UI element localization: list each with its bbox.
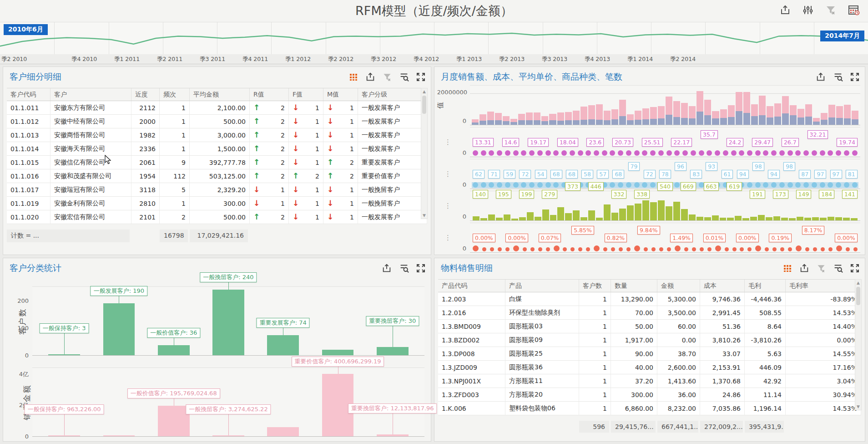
- column-header[interactable]: 成本: [700, 280, 745, 292]
- export-icon[interactable]: [799, 263, 809, 273]
- table-row[interactable]: 1.3.NPJ001X方形瓶装11137.201,413.601,370.684…: [438, 374, 861, 388]
- expand-icon[interactable]: [416, 264, 425, 273]
- material-table[interactable]: 产品代码产品客户数数量金额成本毛利毛利率1.2.003白煤113,290.005…: [438, 279, 861, 415]
- sales-segment: [510, 119, 517, 122]
- vertical-scrollbar[interactable]: ▲▼: [855, 279, 862, 410]
- column-header[interactable]: 产品: [505, 280, 579, 292]
- scroll-up-arrow[interactable]: ▲: [423, 88, 426, 95]
- column-header[interactable]: 频次: [160, 88, 190, 101]
- category-bar[interactable]: [48, 435, 80, 436]
- stacked-bar: [518, 114, 525, 125]
- category-bar[interactable]: [267, 335, 299, 355]
- data-label-row: 1401951992793734463323385406696636191911…: [473, 182, 858, 199]
- scrollbar-thumb[interactable]: [422, 96, 426, 114]
- cost-segment: [658, 118, 665, 125]
- table-row[interactable]: 01.1.017安徽瑞冠有限公司311852,329.20↓1↓1↓1一般挽留客…: [7, 183, 427, 197]
- label-connector: [228, 282, 229, 290]
- vertical-scrollbar[interactable]: ▲▼: [421, 88, 428, 219]
- customer-table[interactable]: 客户代码客户近度频次平均金额R值F值M值客户分级01.1.011安徽东方有限公司…: [7, 88, 427, 224]
- category-bar[interactable]: [212, 290, 244, 355]
- table-row[interactable]: 01.1.015安徽信亿有限公司20619392,777.78↑2↓1↑2重要发…: [7, 156, 427, 169]
- table-row[interactable]: 1.2.016环保型生物除臭剂170.003,500.002,991.45508…: [438, 306, 861, 320]
- filter-clear-icon[interactable]: [383, 72, 392, 82]
- view-detail-icon[interactable]: [399, 263, 409, 273]
- column-header[interactable]: M值: [323, 88, 358, 101]
- scroll-up-arrow[interactable]: ▲: [857, 280, 860, 286]
- category-bar[interactable]: [103, 435, 135, 436]
- table-row[interactable]: 01.1.011安徽东方有限公司211212,100.00↑2↓1↓1一般发展客…: [7, 101, 427, 115]
- down-arrow-icon: ↓: [293, 186, 299, 194]
- column-header[interactable]: 客户数: [579, 280, 611, 292]
- view-detail-icon[interactable]: [833, 263, 843, 273]
- table-row[interactable]: 01.1.014安徽海天有限公司233611,500.00↑2↓1↓1一般发展客…: [7, 142, 427, 156]
- range-end-badge[interactable]: 2014年7月: [820, 31, 864, 41]
- expand-icon[interactable]: [416, 72, 425, 82]
- range-start-badge[interactable]: 2010年6月: [4, 24, 48, 35]
- expand-icon[interactable]: [850, 264, 859, 273]
- column-header[interactable]: 客户分级: [358, 88, 427, 101]
- table-row[interactable]: 1.3.ZFD003方形瓶装201300.0036.0024.8611.1430…: [438, 388, 861, 402]
- table-row[interactable]: 1.3.JZD009圆形瓶装36140.002,600.002,153.9144…: [438, 361, 861, 374]
- column-header[interactable]: 客户代码: [7, 88, 50, 101]
- more-options-icon[interactable]: ⋮: [444, 237, 451, 239]
- table-row[interactable]: 1.3.BZD002圆形瓶装0911,917.000.003,810.26-3,…: [438, 333, 861, 347]
- column-style-icon[interactable]: [349, 72, 358, 82]
- category-bar[interactable]: [158, 345, 190, 355]
- filter-clear-icon[interactable]: [817, 264, 826, 273]
- settings-sliders-icon[interactable]: [802, 5, 813, 15]
- column-header[interactable]: 毛利: [745, 280, 786, 292]
- table-row[interactable]: 01.1.019安徽金利有限公司28101300.00↓1↓1↓1一般挽留客户: [7, 197, 427, 210]
- column-header[interactable]: 金额: [657, 280, 700, 292]
- table-row[interactable]: 01.1.016安徽和茂盛有限公司1954112503,125.00↑2↑2↑2…: [7, 169, 427, 183]
- table-row[interactable]: 1.2.003白煤113,290.005,300.009,746.36-4,44…: [438, 292, 861, 306]
- mini-bar: [573, 210, 580, 220]
- category-bar[interactable]: [267, 427, 299, 437]
- scroll-down-arrow[interactable]: ▼: [423, 212, 426, 219]
- column-header[interactable]: 产品代码: [438, 280, 505, 292]
- rfm-score: 1: [350, 118, 354, 125]
- table-row[interactable]: 1.3.BMD009圆形瓶装03150.0060.0051.368.6414.4…: [438, 320, 861, 333]
- view-detail-icon[interactable]: [399, 72, 409, 82]
- table-row[interactable]: 01.1.020安徽宏信有限公司21012500.00↑2↓1↓1一般发展客户: [7, 210, 427, 224]
- export-icon[interactable]: [382, 263, 392, 273]
- column-header[interactable]: 平均金额: [190, 88, 250, 101]
- table-row[interactable]: 01.1.013安徽商悟有限公司198213,000.00↑2↓1↓1一般发展客…: [7, 128, 427, 142]
- data-point-dot: [763, 150, 768, 156]
- column-header[interactable]: 近度: [131, 88, 160, 101]
- time-range-slider[interactable]: 2010年6月 2014年7月: [0, 22, 868, 55]
- category-bar[interactable]: [322, 350, 354, 355]
- category-bar[interactable]: [158, 406, 190, 436]
- more-options-icon[interactable]: ⋮: [444, 173, 451, 175]
- export-icon[interactable]: [816, 72, 826, 82]
- export-icon[interactable]: [365, 72, 375, 82]
- view-detail-icon[interactable]: [833, 72, 843, 82]
- panel-title: 月度销售额、成本、平均单价、商品种类、笔数: [441, 71, 622, 83]
- column-header[interactable]: R值: [250, 88, 289, 101]
- more-options-icon[interactable]: ⋮: [444, 205, 451, 207]
- data-point-dot: [619, 247, 623, 251]
- scroll-down-arrow[interactable]: ▼: [857, 403, 860, 410]
- table-row[interactable]: 1.3.DP008圆形瓶装25190.0038.7033.075.6314.55…: [438, 347, 861, 361]
- category-bar[interactable]: [377, 434, 409, 436]
- axis-tick-label: 20000000: [437, 89, 467, 96]
- column-header[interactable]: 客户: [50, 88, 131, 101]
- calendar-schedule-icon[interactable]: [848, 5, 860, 15]
- cell: 1,196.14: [745, 402, 786, 415]
- column-header[interactable]: 数量: [611, 280, 657, 292]
- scrollbar-thumb[interactable]: [856, 287, 860, 305]
- column-header[interactable]: F值: [289, 88, 323, 101]
- category-bar[interactable]: [103, 303, 135, 355]
- filter-clear-icon[interactable]: [825, 5, 836, 15]
- category-bar[interactable]: [48, 354, 80, 355]
- data-label: 94: [768, 170, 780, 179]
- export-icon[interactable]: [780, 5, 791, 15]
- table-row[interactable]: 1.K.006塑料袋包装物0616,860.008,232.007,035.86…: [438, 402, 861, 415]
- expand-icon[interactable]: [850, 72, 859, 82]
- more-options-icon[interactable]: ⋮: [444, 141, 451, 143]
- column-style-icon[interactable]: [783, 264, 792, 273]
- column-header[interactable]: 毛利率: [786, 280, 861, 292]
- category-bar[interactable]: [212, 435, 244, 436]
- category-bar[interactable]: [377, 347, 409, 355]
- table-row[interactable]: 01.1.012安徽中经有限公司20001500.00↑2↓1↓1一般发展客户: [7, 115, 427, 128]
- quarter-tick-label: 季4 2011: [242, 56, 268, 63]
